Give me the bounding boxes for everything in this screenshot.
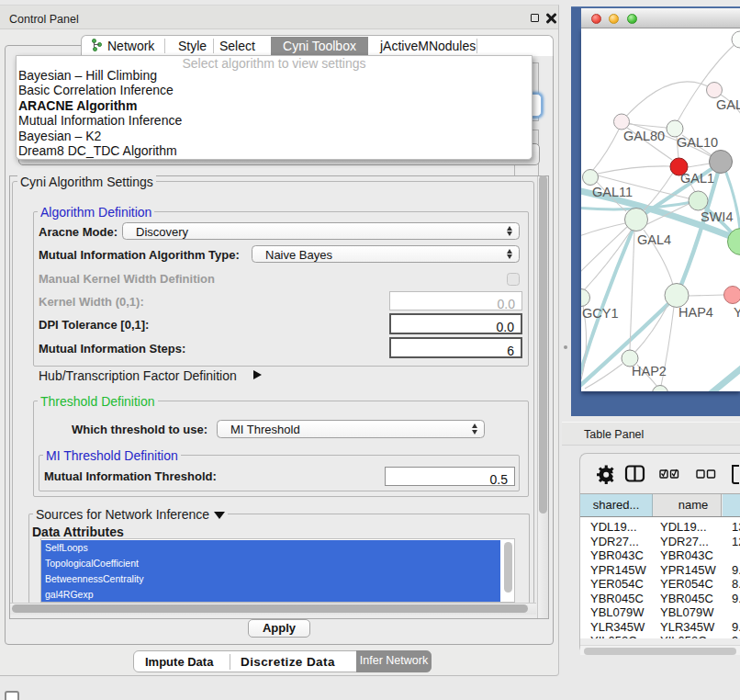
svg-text:GAL1: GAL1: [680, 171, 714, 186]
svg-text:GAL11: GAL11: [592, 185, 633, 199]
svg-text:HAP4: HAP4: [678, 305, 713, 320]
svg-text:Y: Y: [734, 305, 740, 320]
svg-text:GAL4: GAL4: [637, 232, 671, 247]
svg-text:GCY1: GCY1: [582, 306, 619, 321]
svg-text:GAL10: GAL10: [677, 135, 718, 150]
svg-text:GAL80: GAL80: [623, 129, 665, 143]
svg-text:HAP2: HAP2: [632, 364, 667, 378]
svg-text:GAL7: GAL7: [716, 97, 740, 112]
svg-text:SWI4: SWI4: [701, 209, 733, 224]
